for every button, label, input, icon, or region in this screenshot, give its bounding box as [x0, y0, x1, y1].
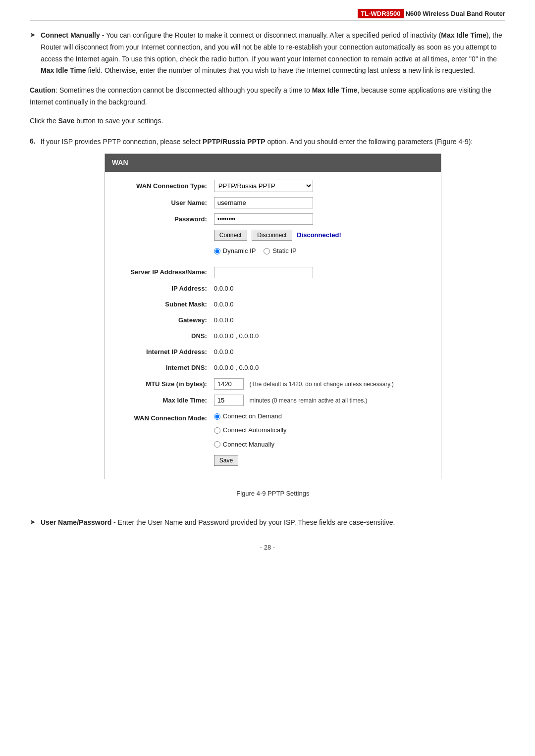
connect-manually-text: Connect Manually - You can configure the…	[41, 30, 505, 77]
mtu-note: (The default is 1420, do not change unle…	[249, 381, 393, 388]
wan-form-box: WAN WAN Connection Type: PPTP/Russia PPT…	[105, 153, 441, 479]
bullet-arrow-2: ➤	[30, 518, 36, 526]
max-idle-row: Max Idle Time: minutes (0 means remain a…	[115, 395, 431, 406]
wan-mode-options-list: Connect on Demand Connect Automatically …	[214, 411, 431, 450]
mode-demand-radio[interactable]	[214, 413, 220, 420]
ip-type-options: Dynamic IP Static IP	[214, 246, 431, 261]
header-bar: TL-WDR3500N600 Wireless Dual Band Router	[30, 10, 505, 21]
max-idle-time-bold-2: Max Idle Time	[41, 66, 86, 74]
user-name-row: User Name:	[115, 197, 431, 208]
ip-address-label: IP Address:	[115, 283, 214, 294]
gateway-value: 0.0.0.0	[214, 315, 431, 326]
gateway-row: Gateway: 0.0.0.0	[115, 315, 431, 326]
user-name-password-bold: User Name/Password	[41, 518, 111, 526]
mode-manual-option[interactable]: Connect Manually	[214, 439, 431, 450]
internet-ip-row: Internet IP Address: 0.0.0.0	[115, 347, 431, 357]
max-idle-label: Max Idle Time:	[115, 395, 214, 406]
user-name-value	[214, 197, 431, 208]
subnet-mask-value: 0.0.0.0	[214, 299, 431, 310]
save-row: Save	[115, 455, 431, 466]
subnet-mask-label: Subnet Mask:	[115, 299, 214, 310]
max-idle-note: minutes (0 means remain active at all ti…	[249, 397, 367, 404]
user-name-label: User Name:	[115, 198, 214, 208]
mtu-input[interactable]	[214, 378, 244, 390]
mode-manual-label: Connect Manually	[223, 439, 274, 450]
server-ip-input[interactable]	[214, 267, 313, 278]
save-bold: Save	[58, 117, 75, 125]
wan-connection-type-select[interactable]: PPTP/Russia PPTP	[214, 180, 313, 192]
subnet-mask-row: Subnet Mask: 0.0.0.0	[115, 299, 431, 310]
connect-manually-bold: Connect Manually	[41, 31, 100, 39]
internet-ip-label: Internet IP Address:	[115, 347, 214, 357]
ip-address-value: 0.0.0.0	[214, 283, 431, 294]
max-idle-time-bold-1: Max Idle Time	[441, 31, 486, 39]
static-ip-label: Static IP	[272, 246, 296, 256]
user-name-password-text: User Name/Password - Enter the User Name…	[41, 517, 505, 529]
internet-dns-label: Internet DNS:	[115, 362, 214, 373]
server-ip-label: Server IP Address/Name:	[115, 267, 214, 278]
max-bold: Max Idle Time	[312, 86, 358, 94]
internet-dns-value: 0.0.0.0 , 0.0.0.0	[214, 362, 431, 373]
wan-header: WAN	[105, 154, 441, 172]
ip-type-row: Dynamic IP Static IP	[115, 246, 431, 261]
mode-demand-label: Connect on Demand	[223, 411, 282, 422]
wan-connection-type-value: PPTP/Russia PPTP	[214, 180, 431, 192]
mtu-value: (The default is 1420, do not change unle…	[214, 378, 431, 390]
user-name-input[interactable]	[214, 197, 313, 208]
user-name-password-section: ➤ User Name/Password - Enter the User Na…	[30, 517, 505, 529]
connect-buttons: Connect Disconnect Disconnected!	[214, 230, 431, 241]
dns-value: 0.0.0.0 , 0.0.0.0	[214, 331, 431, 342]
max-idle-value: minutes (0 means remain active at all ti…	[214, 395, 431, 406]
dynamic-ip-radio[interactable]	[214, 248, 220, 254]
dns-row: DNS: 0.0.0.0 , 0.0.0.0	[115, 331, 431, 342]
click-save-text: Click the Save button to save your setti…	[30, 115, 505, 127]
caution-section: Caution: Sometimes the connection cannot…	[30, 85, 505, 108]
internet-dns-row: Internet DNS: 0.0.0.0 , 0.0.0.0	[115, 362, 431, 373]
save-button-container: Save	[214, 455, 431, 466]
save-button[interactable]: Save	[214, 455, 238, 466]
dynamic-ip-label: Dynamic IP	[223, 246, 256, 256]
mode-auto-option[interactable]: Connect Automatically	[214, 425, 431, 436]
password-input[interactable]	[214, 213, 313, 225]
dns-label: DNS:	[115, 331, 214, 342]
ip-address-row: IP Address: 0.0.0.0	[115, 283, 431, 294]
max-idle-input[interactable]	[214, 395, 244, 406]
connect-button[interactable]: Connect	[214, 230, 247, 241]
disconnected-label: Disconnected!	[297, 231, 341, 239]
mode-auto-radio[interactable]	[214, 427, 220, 434]
ip-radio-row: Dynamic IP Static IP	[214, 246, 431, 256]
wan-connection-type-label: WAN Connection Type:	[115, 181, 214, 192]
server-ip-row: Server IP Address/Name:	[115, 267, 431, 278]
internet-ip-value: 0.0.0.0	[214, 347, 431, 357]
static-ip-option[interactable]: Static IP	[264, 246, 296, 256]
password-row: Password:	[115, 213, 431, 225]
step-number: 6.	[30, 137, 36, 508]
connect-manually-section: ➤ Connect Manually - You can configure t…	[30, 30, 505, 77]
product-name: N600 Wireless Dual Band Router	[406, 10, 505, 17]
wan-body: WAN Connection Type: PPTP/Russia PPTP Us…	[105, 172, 441, 479]
mode-manual-radio[interactable]	[214, 441, 220, 448]
static-ip-radio[interactable]	[264, 248, 270, 254]
wan-mode-options: Connect on Demand Connect Automatically …	[214, 411, 431, 450]
mode-auto-label: Connect Automatically	[223, 425, 287, 436]
caution-bold: Caution	[30, 86, 55, 94]
password-value	[214, 213, 431, 225]
gateway-label: Gateway:	[115, 315, 214, 326]
mtu-row: MTU Size (in bytes): (The default is 142…	[115, 378, 431, 390]
step-6-text: If your ISP provides PPTP connection, pl…	[41, 136, 505, 508]
mtu-label: MTU Size (in bytes):	[115, 379, 214, 390]
dynamic-ip-option[interactable]: Dynamic IP	[214, 246, 256, 256]
mode-demand-option[interactable]: Connect on Demand	[214, 411, 431, 422]
figure-caption: Figure 4-9 PPTP Settings	[41, 488, 505, 499]
server-ip-value	[214, 267, 431, 278]
model-badge: TL-WDR3500	[358, 9, 403, 18]
step-6-section: 6. If your ISP provides PPTP connection,…	[30, 136, 505, 508]
connect-buttons-row: Connect Disconnect Disconnected!	[115, 230, 431, 241]
password-label: Password:	[115, 214, 214, 225]
wan-mode-row: WAN Connection Mode: Connect on Demand C…	[115, 411, 431, 450]
disconnect-button[interactable]: Disconnect	[252, 230, 292, 241]
wan-title: WAN	[112, 158, 128, 166]
pptp-bold: PPTP/Russia PPTP	[203, 138, 266, 146]
page-number: - 28 -	[30, 544, 505, 551]
bullet-arrow-1: ➤	[30, 31, 36, 39]
